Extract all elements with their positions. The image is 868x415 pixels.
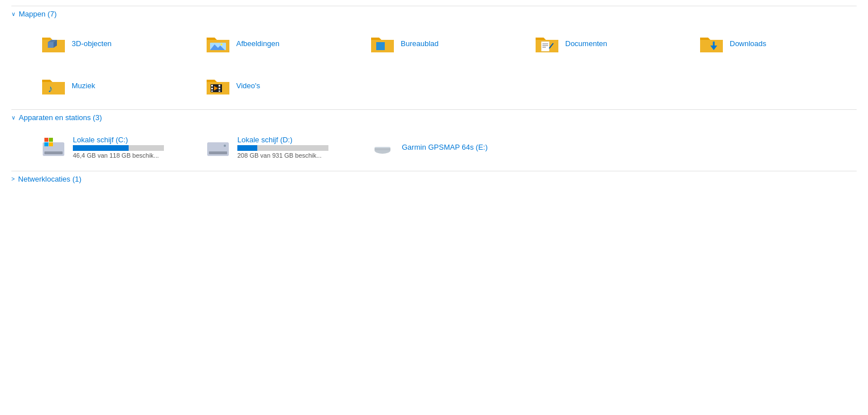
folder-muziek[interactable]: ♪ Muziek	[34, 67, 199, 104]
svg-rect-26	[42, 82, 65, 94]
folder-bureaublad-label: Bureaublad	[401, 39, 439, 48]
svg-rect-41	[44, 138, 48, 142]
folders-section-label: Mappen (7)	[19, 10, 56, 18]
devices-chevron	[11, 114, 15, 121]
folder-bureaublad-icon	[369, 30, 396, 57]
drive-c-name: Lokale schijf (C:)	[73, 135, 164, 144]
svg-rect-35	[219, 88, 220, 89]
svg-rect-13	[376, 42, 385, 50]
network-section-label: Netwerklocaties (1)	[18, 175, 81, 183]
svg-rect-32	[211, 88, 213, 89]
drive-c-icon	[40, 133, 67, 161]
folder-downloads-label: Downloads	[730, 39, 766, 48]
drives-grid: Lokale schijf (C:) 46,4 GB van 118 GB be…	[11, 124, 857, 171]
folders-section-header[interactable]: Mappen (7)	[11, 6, 857, 20]
devices-section-header[interactable]: Apparaten en stations (3)	[11, 109, 857, 124]
network-section-header[interactable]: Netwerklocaties (1)	[11, 171, 857, 186]
drive-c-size: 46,4 GB van 118 GB beschik...	[73, 152, 164, 159]
drive-e-name: Garmin GPSMAP 64s (E:)	[402, 143, 488, 151]
svg-rect-40	[44, 151, 63, 154]
svg-rect-33	[211, 91, 213, 92]
svg-rect-43	[44, 142, 48, 146]
drive-d-name: Lokale schijf (D:)	[237, 135, 328, 144]
svg-rect-34	[219, 85, 220, 87]
drive-c[interactable]: Lokale schijf (C:) 46,4 GB van 118 GB be…	[34, 129, 199, 165]
folder-documenten[interactable]: Documenten	[528, 25, 692, 61]
folder-afbeeldingen-icon	[204, 30, 232, 57]
folder-videos[interactable]: Video's	[199, 67, 363, 104]
svg-rect-42	[49, 138, 53, 142]
folder-afbeeldingen-label: Afbeeldingen	[236, 39, 279, 48]
folder-bureaublad[interactable]: Bureaublad	[363, 25, 528, 61]
drive-d-bar	[237, 145, 257, 151]
drive-c-bar-container	[73, 145, 164, 151]
folders-grid-row2: ♪ Muziek	[11, 67, 857, 109]
folder-downloads-icon	[698, 30, 725, 57]
drive-d-icon	[204, 133, 232, 161]
svg-point-48	[224, 145, 226, 147]
folder-3d-icon	[40, 30, 67, 57]
folder-afbeeldingen[interactable]: Afbeeldingen	[199, 25, 363, 61]
svg-rect-47	[209, 151, 227, 154]
drive-d-info: Lokale schijf (D:) 208 GB van 931 GB bes…	[237, 135, 328, 159]
drive-e-info: Garmin GPSMAP 64s (E:)	[402, 143, 488, 151]
drive-c-info: Lokale schijf (C:) 46,4 GB van 118 GB be…	[73, 135, 164, 159]
main-content: Mappen (7) 3D-objecten	[0, 0, 868, 191]
drive-d[interactable]: Lokale schijf (D:) 208 GB van 931 GB bes…	[199, 129, 363, 165]
network-chevron	[11, 176, 15, 182]
drive-e-icon	[369, 133, 396, 161]
svg-rect-36	[219, 91, 220, 92]
folder-muziek-label: Muziek	[72, 81, 95, 90]
svg-point-10	[220, 43, 223, 46]
folder-documenten-label: Documenten	[565, 39, 607, 48]
drive-d-size: 208 GB van 931 GB beschik...	[237, 152, 328, 159]
folders-chevron	[11, 11, 15, 17]
devices-section-label: Apparaten en stations (3)	[19, 113, 102, 122]
drive-e[interactable]: Garmin GPSMAP 64s (E:)	[363, 129, 528, 165]
folder-3d-objecten[interactable]: 3D-objecten	[34, 25, 199, 61]
folder-3d-label: 3D-objecten	[72, 39, 112, 48]
folder-downloads[interactable]: Downloads	[692, 25, 857, 61]
svg-rect-3	[48, 42, 54, 48]
folder-videos-label: Video's	[236, 81, 260, 90]
drive-c-bar	[73, 145, 129, 151]
svg-rect-51	[375, 148, 390, 150]
drive-d-bar-container	[237, 145, 328, 151]
svg-rect-44	[49, 142, 53, 146]
svg-text:♪: ♪	[48, 83, 53, 94]
svg-rect-16	[541, 42, 549, 51]
folder-muziek-icon: ♪	[40, 72, 67, 99]
folders-grid: 3D-objecten Afbeeldingen	[11, 20, 857, 67]
folder-documenten-icon	[533, 30, 561, 57]
svg-rect-31	[211, 85, 213, 87]
folder-videos-icon	[204, 72, 232, 99]
